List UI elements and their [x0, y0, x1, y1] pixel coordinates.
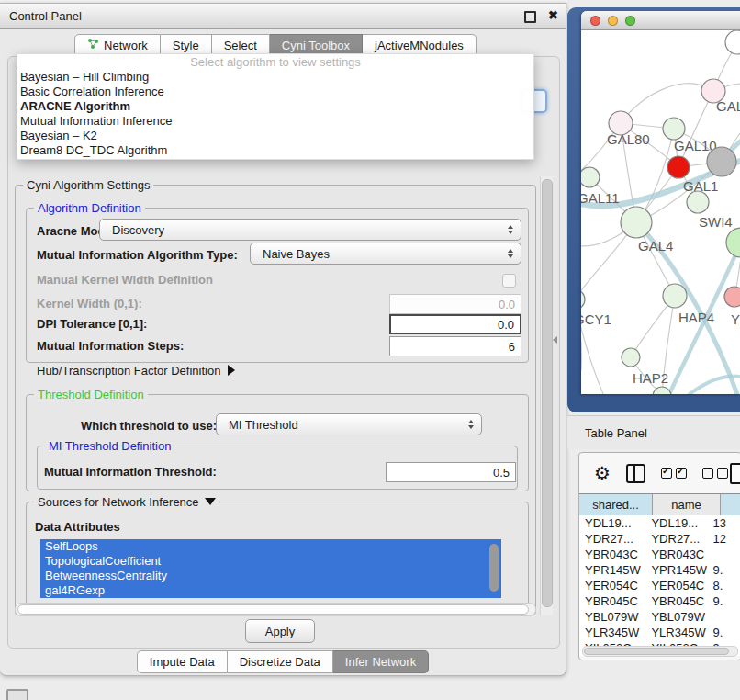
network-node-gal11[interactable] — [581, 167, 600, 187]
settings-hscrollbar[interactable] — [15, 603, 536, 616]
network-node-gal4[interactable] — [621, 207, 652, 238]
network-node-gcy1[interactable] — [581, 289, 585, 310]
table-row[interactable]: YLR345WYLR345W9. — [579, 625, 740, 640]
deselect-all-icon[interactable] — [702, 468, 728, 479]
network-node[interactable] — [726, 228, 740, 257]
network-node[interactable] — [707, 147, 736, 176]
table-header-row: shared...name — [579, 493, 740, 516]
dropdown-item-mutual-information-inference[interactable]: Mutual Information Inference — [17, 114, 533, 129]
tab-label: Select — [224, 38, 257, 53]
table-cell: YLR345W — [645, 625, 707, 640]
algorithm-dropdown-popup: Select algorithm to view settings Bayesi… — [17, 53, 534, 160]
mi-threshold-field[interactable]: 0.5 — [386, 462, 516, 482]
table-hscrollbar[interactable] — [582, 646, 738, 657]
attribute-item-betweennesscentrality[interactable]: BetweennessCentrality — [40, 569, 501, 583]
attribute-item-selfloops[interactable]: SelfLoops — [40, 539, 501, 554]
table-row[interactable]: YDL19...YDL19...13 — [579, 515, 740, 531]
gear-icon[interactable]: ⚙ — [594, 464, 611, 482]
dpi-tolerance-label: DPI Tolerance [0,1]: — [37, 317, 147, 331]
panel-title: Control Panel — [9, 9, 82, 23]
dropdown-hint: Select algorithm to view settings — [17, 54, 533, 70]
close-icon[interactable]: ✖ — [548, 8, 558, 22]
expanded-arrow-icon[interactable] — [205, 498, 216, 505]
network-node-hap2[interactable] — [622, 348, 640, 367]
table-cell: YBL079W — [645, 609, 707, 625]
column-header[interactable]: name — [653, 494, 721, 515]
list-scrollbar-thumb[interactable] — [489, 544, 499, 592]
hub-definition-label: Hub/Transcription Factor Definition — [37, 364, 220, 378]
apply-button[interactable]: Apply — [245, 619, 315, 643]
network-node[interactable] — [725, 30, 740, 54]
network-window-titlebar — [581, 11, 740, 30]
minimized-panel-chip[interactable] — [6, 689, 28, 700]
table-cell: YDL19... — [579, 515, 645, 531]
node-label: HAP2 — [633, 370, 668, 386]
tab-impute-data[interactable]: Impute Data — [137, 650, 228, 673]
table-row[interactable]: YBL079WYBL079W — [579, 609, 740, 625]
table-cell: YDL19... — [645, 515, 707, 531]
table-cell: YER054C — [579, 578, 645, 593]
split-view-icon[interactable] — [626, 464, 645, 483]
mi-type-select[interactable]: Naive Bayes — [250, 243, 521, 265]
column-header[interactable]: shared... — [579, 494, 653, 515]
table-row[interactable]: YPR145WYPR145W9. — [579, 562, 740, 578]
dropdown-item-aracne-algorithm[interactable]: ARACNE Algorithm — [17, 99, 533, 114]
column-header[interactable] — [721, 494, 740, 515]
attribute-item-gal4rgexp[interactable]: gal4RGexp — [40, 583, 501, 598]
network-canvas[interactable]: GALGAL80GAL10GAL1GAL11SWI4GAL4GCY1HAP4YH… — [581, 30, 740, 394]
mi-steps-label: Mutual Information Steps: — [37, 339, 184, 353]
network-node-gal10[interactable] — [663, 118, 685, 140]
network-node-hap4[interactable] — [663, 284, 687, 308]
group-title: MI Threshold Definition — [45, 439, 174, 453]
float-window-icon[interactable] — [524, 11, 536, 23]
select-all-icon[interactable] — [661, 468, 687, 479]
network-node-gal1[interactable] — [667, 156, 690, 178]
table-cell: YPR145W — [645, 562, 707, 578]
table-cell: YPR145W — [579, 562, 645, 578]
node-label: SWI4 — [699, 214, 733, 230]
aracne-mode-value: Discovery — [112, 223, 164, 237]
node-label: GAL10 — [674, 138, 717, 153]
zoom-button[interactable] — [625, 16, 635, 26]
tab-infer-network[interactable]: Infer Network — [333, 650, 429, 673]
network-edge[interactable] — [581, 299, 582, 370]
attribute-item-topologicalcoefficient[interactable]: TopologicalCoefficient — [40, 554, 501, 569]
hub-definition-expander[interactable]: Hub/Transcription Factor Definition — [37, 364, 235, 378]
settings-vscrollbar[interactable] — [540, 176, 553, 615]
export-table-icon[interactable] — [730, 463, 740, 484]
tab-discretize-data[interactable]: Discretize Data — [228, 650, 333, 673]
network-node-y[interactable] — [724, 287, 740, 307]
dropdown-item-basic-correlation-inference[interactable]: Basic Correlation Inference — [17, 85, 533, 99]
collapsed-arrow-icon[interactable] — [228, 365, 235, 376]
panel-splitter-handle[interactable] — [553, 336, 557, 344]
dpi-tolerance-field[interactable]: 0.0 — [389, 314, 521, 334]
table-row[interactable]: YDR27...YDR27...12 — [579, 531, 740, 547]
table-row[interactable]: YER054CYER054C8. — [579, 578, 740, 593]
network-node-swi4[interactable] — [687, 191, 709, 213]
dropdown-item-bayesian-hill-climbing[interactable]: Bayesian – Hill Climbing — [17, 70, 533, 85]
dropdown-item-bayesian-k2[interactable]: Bayesian – K2 — [17, 129, 533, 143]
node-label: GCY1 — [581, 311, 611, 327]
stepper-arrows-icon — [508, 249, 513, 258]
aracne-mode-select[interactable]: Discovery — [99, 219, 521, 241]
control-panel-titlebar: Control Panel ✖ — [0, 4, 566, 29]
table-panel-titlebar: Table Panel — [567, 415, 740, 449]
table-row[interactable]: YBR045CYBR045C9. — [579, 593, 740, 609]
which-threshold-select[interactable]: MI Threshold — [216, 413, 482, 435]
node-label: GAL80 — [607, 131, 650, 147]
tab-label: Cyni Toolbox — [282, 38, 350, 53]
dropdown-item-dream8-dc-tdc-algorithm[interactable]: Dream8 DC_TDC Algorithm — [17, 143, 533, 158]
network-edge[interactable] — [621, 84, 713, 123]
kernel-width-field[interactable]: 0.0 — [389, 294, 521, 314]
network-icon — [87, 38, 99, 53]
node-label: GAL4 — [638, 238, 673, 254]
close-button[interactable] — [590, 16, 600, 26]
table-row[interactable]: YBR043CYBR043C — [579, 547, 740, 562]
table-cell: YBR043C — [579, 547, 645, 562]
tab-label: Impute Data — [150, 654, 215, 670]
minimize-button[interactable] — [608, 16, 618, 26]
mi-type-value: Naive Bayes — [263, 247, 330, 261]
table-rows: YDL19...YDL19...13YDR27...YDR27...12YBR0… — [579, 515, 740, 656]
manual-kernel-checkbox[interactable] — [502, 274, 516, 288]
mi-steps-field[interactable]: 6 — [389, 336, 521, 356]
